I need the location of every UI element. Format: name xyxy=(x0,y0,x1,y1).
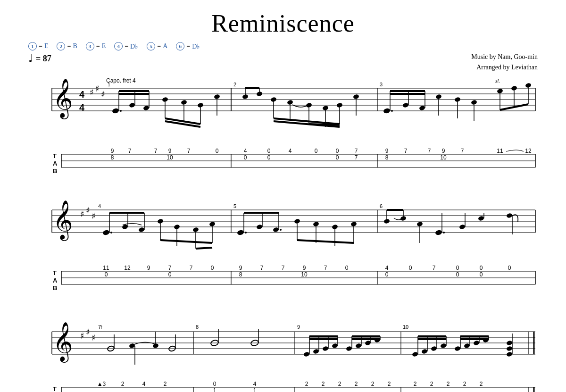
svg-text:7: 7 xyxy=(168,265,172,271)
tuning-item-3: 3 = E xyxy=(86,42,106,50)
svg-text:0: 0 xyxy=(409,265,412,271)
svg-text:9: 9 xyxy=(297,324,300,330)
svg-text:♯: ♯ xyxy=(86,327,90,337)
svg-text:9: 9 xyxy=(303,265,306,271)
svg-text:9: 9 xyxy=(111,148,114,154)
svg-point-61 xyxy=(391,110,393,112)
svg-point-257 xyxy=(332,343,338,349)
svg-text:7: 7 xyxy=(433,265,436,271)
svg-text:B: B xyxy=(53,284,57,292)
svg-text:0: 0 xyxy=(508,265,511,271)
svg-text:0: 0 xyxy=(456,265,459,271)
staff-lines-1: 𝄞 4 4 ♯ ♯ ♯ Capo. fret 4 1 2 xyxy=(52,77,535,127)
svg-text:0: 0 xyxy=(336,154,339,161)
svg-text:6: 6 xyxy=(380,203,383,209)
svg-point-264 xyxy=(346,346,352,351)
svg-text:7: 7 xyxy=(461,148,464,154)
svg-text:0: 0 xyxy=(385,271,389,278)
svg-text:8: 8 xyxy=(111,154,114,161)
svg-point-265 xyxy=(355,343,362,349)
tuning-circle-4: 4 xyxy=(114,42,123,50)
svg-text:0: 0 xyxy=(213,381,216,387)
svg-text:1: 1 xyxy=(108,82,110,87)
staff-svg-1: 𝄞 4 4 ♯ ♯ ♯ Capo. fret 4 1 2 xyxy=(28,69,538,145)
svg-text:A: A xyxy=(53,160,58,167)
tuning-item-4: 4 = D♭ xyxy=(114,42,138,50)
svg-text:2: 2 xyxy=(480,381,483,387)
svg-text:♯: ♯ xyxy=(80,331,84,341)
svg-text:𝄞: 𝄞 xyxy=(53,322,73,363)
svg-point-294 xyxy=(506,351,513,357)
svg-text:2: 2 xyxy=(164,381,167,387)
svg-text:A: A xyxy=(53,277,58,284)
svg-text:7: 7 xyxy=(404,148,408,154)
svg-point-254 xyxy=(303,351,310,357)
tuning-circle-1: 1 xyxy=(28,42,37,50)
tuning-circle-6: 6 xyxy=(176,42,184,50)
main-title: Reminiscence xyxy=(28,9,538,37)
svg-text:12: 12 xyxy=(525,148,532,154)
svg-point-274 xyxy=(412,351,418,357)
svg-point-62 xyxy=(402,102,409,108)
svg-text:♯: ♯ xyxy=(95,84,100,93)
svg-text:0: 0 xyxy=(267,154,271,161)
svg-point-295 xyxy=(506,346,513,351)
svg-text:T: T xyxy=(53,152,57,159)
svg-text:0: 0 xyxy=(216,148,219,154)
svg-text:♯: ♯ xyxy=(80,209,84,219)
svg-text:T: T xyxy=(53,269,57,276)
svg-text:♯: ♯ xyxy=(101,90,105,99)
svg-point-25 xyxy=(143,105,150,111)
tuning-item-2: 2 = B xyxy=(57,42,77,50)
svg-text:2: 2 xyxy=(447,381,450,387)
svg-text:2: 2 xyxy=(121,381,125,387)
svg-text:8: 8 xyxy=(239,271,242,278)
svg-point-285 xyxy=(464,343,470,349)
svg-text:9: 9 xyxy=(168,148,172,154)
svg-text:7: 7 xyxy=(260,265,264,271)
svg-text:11: 11 xyxy=(103,265,109,271)
svg-text:7: 7 xyxy=(154,148,158,154)
svg-text:0: 0 xyxy=(211,265,214,271)
svg-text:7: 7 xyxy=(190,265,193,271)
svg-text:0: 0 xyxy=(105,271,108,278)
svg-text:𝄞: 𝄞 xyxy=(53,200,73,241)
svg-point-59 xyxy=(383,108,391,114)
svg-line-152 xyxy=(196,248,212,249)
page: Reminiscence Music by Nam, Goo-min Arran… xyxy=(0,0,566,392)
svg-text:1: 1 xyxy=(253,387,257,392)
svg-text:7: 7 xyxy=(428,148,431,154)
svg-text:7: 7 xyxy=(282,265,285,271)
svg-text:0: 0 xyxy=(244,154,247,161)
svg-text:5: 5 xyxy=(233,203,236,209)
svg-point-140 xyxy=(138,227,145,233)
staff-system-3: 𝄞 ♯ ♯ ♯ 7 8 9 10 ↑ xyxy=(28,308,538,392)
svg-text:2: 2 xyxy=(233,82,236,87)
svg-point-284 xyxy=(454,346,461,351)
svg-text:4: 4 xyxy=(98,203,101,209)
svg-text:12: 12 xyxy=(124,265,131,271)
svg-point-20 xyxy=(112,108,119,114)
svg-text:7: 7 xyxy=(355,154,358,161)
svg-text:2: 2 xyxy=(371,381,375,387)
svg-text:4: 4 xyxy=(253,381,257,387)
tuning-section: 1 = E 2 = B 3 = E 4 = D♭ 5 = A 6 = D♭ xyxy=(28,42,538,50)
svg-text:4: 4 xyxy=(289,148,292,154)
svg-point-266 xyxy=(365,340,371,346)
svg-line-170 xyxy=(297,240,354,243)
svg-point-180 xyxy=(443,232,445,234)
svg-text:2: 2 xyxy=(463,381,466,387)
svg-point-64 xyxy=(419,105,425,111)
svg-line-151 xyxy=(160,240,212,243)
svg-point-137 xyxy=(110,232,112,234)
svg-text:0: 0 xyxy=(267,148,271,154)
svg-text:↑: ↑ xyxy=(100,323,103,330)
svg-point-181 xyxy=(459,224,466,230)
svg-text:0: 0 xyxy=(345,265,349,271)
svg-text:2: 2 xyxy=(338,381,341,387)
tuning-circle-5: 5 xyxy=(147,42,155,50)
svg-text:10: 10 xyxy=(403,324,408,330)
svg-text:0: 0 xyxy=(480,265,483,271)
svg-point-255 xyxy=(313,349,319,354)
tab-svg-3: T A B ▲3 2 4 2 0 4 1 1 2 2 2 xyxy=(28,379,538,392)
